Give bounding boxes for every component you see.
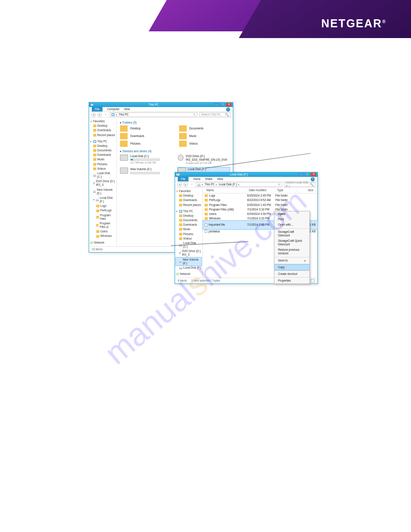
tree-item[interactable]: Desktop <box>90 124 116 128</box>
up-button[interactable]: ↑ <box>190 183 194 187</box>
drive-icon <box>93 174 96 176</box>
address-bar[interactable]: ▸ This PC ↻ <box>110 112 197 117</box>
view-tab[interactable]: View <box>217 177 223 181</box>
tree-item[interactable]: Music <box>176 227 201 232</box>
tree-item[interactable]: Program Files <box>90 213 116 221</box>
tree-item[interactable]: Videos <box>90 167 116 171</box>
tree-item[interactable]: Logs <box>90 204 116 208</box>
forward-button[interactable]: ► <box>98 112 102 117</box>
col-name[interactable]: Name <box>205 189 247 192</box>
address-bar[interactable]: ▸ This PC ▸ Local Disk (F:) ▸ ↻ <box>196 182 282 187</box>
forward-button[interactable]: ► <box>184 182 188 187</box>
tree-item[interactable]: Recent places <box>90 133 116 137</box>
tree-item[interactable]: Videos <box>176 236 201 241</box>
tree-item[interactable]: Program Files (x <box>90 221 116 229</box>
refresh-icon[interactable]: ↻ <box>193 113 196 116</box>
drive-e[interactable]: New Volume (E:) <box>120 167 172 177</box>
tree-item[interactable]: PerfLogs <box>90 208 116 213</box>
col-size[interactable]: Size <box>297 189 316 192</box>
folder-icon <box>205 217 208 220</box>
back-button[interactable]: ◄ <box>177 182 182 187</box>
folder-videos[interactable]: Videos <box>179 141 230 147</box>
tree-item[interactable]: Windows <box>90 234 116 238</box>
search-box[interactable]: Search Local Disk (F:) 🔍 <box>284 182 315 187</box>
file-row[interactable]: PerfLogs8/22/2013 8:52 AMFile folder <box>203 198 317 202</box>
refresh-icon[interactable]: ↻ <box>278 183 280 186</box>
share-tab[interactable]: Share <box>205 177 213 181</box>
folder-desktop[interactable]: Desktop <box>120 125 171 132</box>
help-button[interactable]: ? <box>311 177 315 181</box>
home-tab[interactable]: Home <box>193 177 201 181</box>
menu-item[interactable]: Create shortcut <box>274 271 309 277</box>
minimize-button[interactable]: − <box>298 173 304 176</box>
menu-item[interactable]: Send to <box>274 258 309 263</box>
maximize-button[interactable]: ☐ <box>220 103 225 107</box>
file-tab[interactable]: File <box>178 177 188 181</box>
tree-item[interactable]: Recent places <box>176 203 201 207</box>
tree-item[interactable]: Pictures <box>90 162 116 167</box>
tree-item[interactable]: Downloads <box>90 153 116 157</box>
menu-item[interactable]: StorageCraft Quick Dismount <box>274 238 309 247</box>
tree-item[interactable]: Pictures <box>176 232 201 236</box>
tree-item[interactable]: Downloads <box>176 223 201 227</box>
tree-item[interactable]: Local Disk (C:) <box>90 171 116 179</box>
tree-favorites[interactable]: ★Favorites <box>176 189 201 193</box>
file-row[interactable]: Logs6/25/2014 2:45 PMFile folder <box>203 193 317 198</box>
tree-item[interactable]: Music <box>90 157 116 162</box>
maximize-button[interactable]: ☐ <box>304 173 310 176</box>
tree-item[interactable]: Downloads <box>176 198 201 202</box>
minimize-button[interactable]: − <box>214 103 219 107</box>
tree-item[interactable]: DVD Drive (D:) IR3_S <box>90 179 116 187</box>
close-button[interactable]: ✕ <box>311 173 316 176</box>
col-date[interactable]: Date modified <box>247 189 275 192</box>
col-type[interactable]: Type <box>275 189 297 192</box>
menu-item[interactable]: Copy <box>274 265 309 270</box>
address-path: This PC <box>119 113 128 116</box>
search-box[interactable]: Search This PC 🔍 <box>199 112 231 117</box>
tree-new-volume-e[interactable]: New Volume (E:) <box>176 257 201 266</box>
tree-item[interactable]: Users <box>90 229 116 234</box>
tree-item[interactable]: Downloads <box>90 128 116 133</box>
devices-section-header[interactable]: ▸ Devices and drives (4) <box>120 150 230 153</box>
drive-dvd[interactable]: DVD Drive (D:) IR3_SSS_X64FRE_EN-US_DV9 … <box>178 154 230 165</box>
tree-this-pc[interactable]: ▾This PC <box>176 209 201 214</box>
file-row[interactable]: Program Files6/25/2014 1:43 PMFile folde… <box>203 203 317 207</box>
folders-section-header[interactable]: ▸ Folders (6) <box>120 121 230 124</box>
folder-music[interactable]: Music <box>179 133 230 139</box>
view-large-icon[interactable] <box>311 279 315 283</box>
menu-item[interactable]: Open <box>274 211 309 217</box>
tree-local-disk-f[interactable]: ▾Local Disk (F:) <box>90 196 116 204</box>
drive-c[interactable]: Local Disk (C:) 117 GB free of 126 GB <box>120 154 172 165</box>
menu-item[interactable]: Restore previous versions <box>274 247 309 256</box>
tree-local-disk-f[interactable]: Local Disk (F:) <box>176 266 201 270</box>
up-button[interactable]: ↑ <box>104 113 108 117</box>
folder-documents[interactable]: Documents <box>179 125 230 132</box>
tree-item[interactable]: DVD Drive (D:) IR3_S <box>176 249 201 257</box>
window-title: Local Disk (F:) <box>180 173 298 176</box>
tree-this-pc[interactable]: ▾This PC <box>90 139 116 144</box>
crumb-local-disk-f[interactable]: Local Disk (F:) <box>218 183 237 186</box>
tree-network[interactable]: Network <box>176 272 201 276</box>
menu-item[interactable]: Open with... <box>274 222 309 227</box>
tree-item[interactable]: Documents <box>90 148 116 153</box>
help-button[interactable]: ? <box>226 107 230 112</box>
computer-tab[interactable]: Computer <box>107 107 120 111</box>
menu-item[interactable]: Print <box>274 217 309 222</box>
tree-network[interactable]: Network <box>90 240 116 245</box>
tree-item[interactable]: Documents <box>176 218 201 223</box>
tree-item[interactable]: New Volume (E:) <box>90 188 116 196</box>
crumb-this-pc[interactable]: This PC <box>205 183 214 186</box>
back-button[interactable]: ◄ <box>91 112 96 117</box>
menu-item[interactable]: Properties <box>274 278 309 283</box>
file-tab[interactable]: File <box>92 107 103 112</box>
tree-item[interactable]: Desktop <box>176 193 201 198</box>
folder-downloads[interactable]: Downloads <box>120 133 171 139</box>
tree-item[interactable]: Desktop <box>176 214 201 218</box>
address-icon <box>111 113 115 116</box>
tree-favorites[interactable]: ★Favorites <box>90 119 116 124</box>
view-tab[interactable]: View <box>124 107 130 111</box>
tree-item[interactable]: Desktop <box>90 144 116 148</box>
close-button[interactable]: ✕ <box>226 103 231 107</box>
folder-pictures[interactable]: Pictures <box>120 141 171 147</box>
menu-item[interactable]: StorageCraft Dismount <box>274 229 309 238</box>
